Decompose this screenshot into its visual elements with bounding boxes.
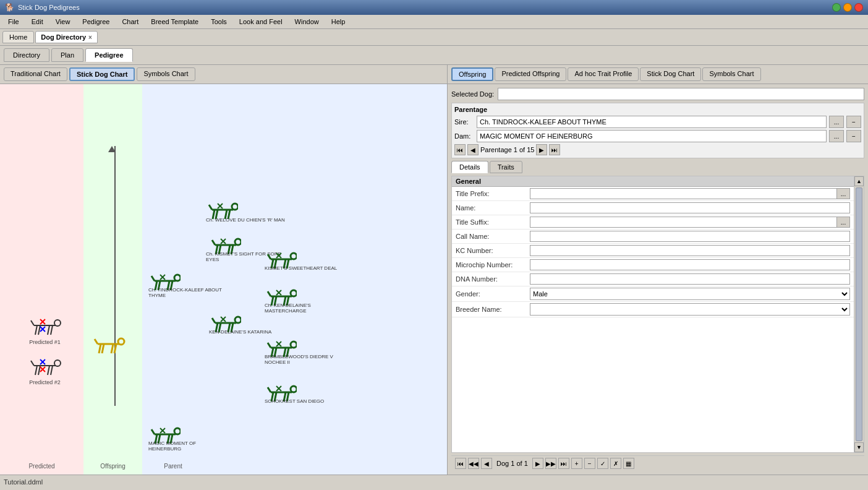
svg-line-6 [31,320,34,325]
menu-bar: File Edit View Pedigree Chart Breed Temp… [0,15,868,29]
menu-pedigree[interactable]: Pedigree [77,16,115,27]
menu-window[interactable]: Window [289,16,325,27]
parentage-next-button[interactable]: ▶ [536,144,547,155]
label-kc-number: KC Number: [456,247,530,254]
nav-remove-button[interactable]: − [584,458,595,469]
breeder-select[interactable] [530,303,850,316]
dam-minus-button[interactable]: − [846,130,861,142]
close-button[interactable] [854,3,863,12]
tab-home[interactable]: Home [2,31,34,43]
chart-tabs: Traditional Chart Stick Dog Chart Symbol… [0,65,447,84]
parent-label-magic: MAGIC MOMENT OF HEINERBURG [148,441,229,452]
gender-select[interactable]: Male Female [530,288,850,300]
tab-dog-directory[interactable]: Dog Directory × [35,31,98,43]
parentage-section: Parentage Sire: ... − Dam: ... − ⏮ [451,103,864,158]
detail-tab-details[interactable]: Details [451,161,488,173]
nav-prev-prev-button[interactable]: ◀◀ [468,458,479,469]
form-scrollbar: ▲ ▼ [854,176,864,452]
right-tab-stick-dog-chart[interactable]: Stick Dog Chart [640,67,701,81]
menu-breed-template[interactable]: Breed Template [145,16,204,27]
kc-number-input[interactable] [530,245,850,256]
right-tab-symbols-chart[interactable]: Symbols Chart [702,67,760,81]
nav-grid-button[interactable]: ▦ [623,458,634,469]
dam-dots-button[interactable]: ... [829,130,844,142]
selected-dog-label: Selected Dog: [451,90,494,98]
scroll-down-button[interactable]: ▼ [854,442,864,452]
svg-line-35 [209,205,212,210]
menu-edit[interactable]: Edit [26,16,49,27]
menu-tools[interactable]: Tools [205,16,232,27]
chart-tab-symbols[interactable]: Symbols Chart [137,67,195,81]
minimize-button[interactable] [832,3,841,12]
menu-help[interactable]: Help [326,16,351,27]
tab-close-icon[interactable]: × [88,34,92,41]
title-prefix-input[interactable] [530,188,836,199]
right-tab-adhoc-trait[interactable]: Ad hoc Trait Profile [568,67,639,81]
dna-input[interactable] [530,273,850,285]
parentage-last-button[interactable]: ⏭ [549,144,560,155]
menu-file[interactable]: File [2,16,25,27]
sub-tab-directory[interactable]: Directory [4,48,49,62]
nav-cancel-button[interactable]: ✗ [610,458,621,469]
sub-tab-pedigree[interactable]: Pedigree [85,48,132,62]
status-bar: Tutorial.ddml [0,475,868,488]
menu-look-and-feel[interactable]: Look and Feel [234,16,288,27]
label-offspring: Offspring [83,463,142,470]
nav-add-button[interactable]: + [571,458,582,469]
parentage-prev-button[interactable]: ◀ [467,144,479,155]
selected-dog-row: Selected Dog: [451,88,864,100]
pedigree-area: Predicted Offspring Parent [0,84,447,475]
nav-next-next-button[interactable]: ▶▶ [545,458,556,469]
nav-check-button[interactable]: ✓ [597,458,608,469]
title-suffix-dots-button[interactable]: ... [836,217,850,228]
scroll-thumb[interactable] [856,187,862,441]
sire-dots-button[interactable]: ... [829,116,844,128]
svg-line-62 [151,276,155,281]
title-suffix-input[interactable] [530,217,836,228]
svg-point-27 [118,338,124,345]
svg-point-16 [54,360,61,366]
nav-last-button[interactable]: ⏭ [558,458,569,469]
form-row-microchip: Microchip Number: [452,258,854,272]
nav-first-button[interactable]: ⏮ [455,458,466,469]
sire-input[interactable] [477,116,827,128]
nav-next-button[interactable]: ▶ [532,458,543,469]
chart-tab-stick-dog[interactable]: Stick Dog Chart [69,67,135,81]
sub-tab-plan[interactable]: Plan [51,48,83,62]
parent-label-8: SCHOKREST SAN DIEGO [265,398,324,404]
chart-tab-traditional[interactable]: Traditional Chart [4,67,67,81]
predicted-dog-2: Predicted #2 [28,353,62,385]
call-name-input[interactable] [530,231,850,242]
svg-point-106 [174,428,181,434]
dam-input[interactable] [477,130,827,142]
sire-minus-button[interactable]: − [846,116,861,128]
form-area: General Title Prefix: ... Name: [451,176,864,453]
right-tab-offspring[interactable]: Offspring [451,67,493,81]
predicted-1-label: Predicted #1 [28,339,62,345]
svg-point-34 [232,204,238,210]
parentage-first-button[interactable]: ⏮ [454,144,466,155]
scroll-up-button[interactable]: ▲ [854,176,864,186]
nav-prev-button[interactable]: ◀ [481,458,492,469]
app-icon: 🐕 [5,3,14,12]
name-input[interactable] [530,202,850,213]
svg-point-88 [291,342,297,348]
svg-line-44 [212,240,215,245]
maximize-button[interactable] [843,3,852,12]
selected-dog-input[interactable] [498,88,864,100]
microchip-input[interactable] [530,259,850,270]
right-tab-predicted-offspring[interactable]: Predicted Offspring [495,67,566,81]
detail-tab-traits[interactable]: Traits [490,161,522,173]
form-row-title-suffix: Title Suffix: ... [452,215,854,230]
label-dna: DNA Number: [456,275,530,283]
offspring-dog [91,332,126,358]
svg-line-26 [114,344,116,353]
menu-chart[interactable]: Chart [116,16,144,27]
col-predicted-bg [0,84,83,475]
form-row-breeder: Breeder Name: [452,302,854,317]
title-prefix-dots-button[interactable]: ... [836,188,850,199]
parentage-nav: ⏮ ◀ Parentage 1 of 15 ▶ ⏭ [454,144,861,155]
svg-line-12 [35,366,37,375]
menu-view[interactable]: View [50,16,76,27]
svg-line-53 [268,254,271,259]
